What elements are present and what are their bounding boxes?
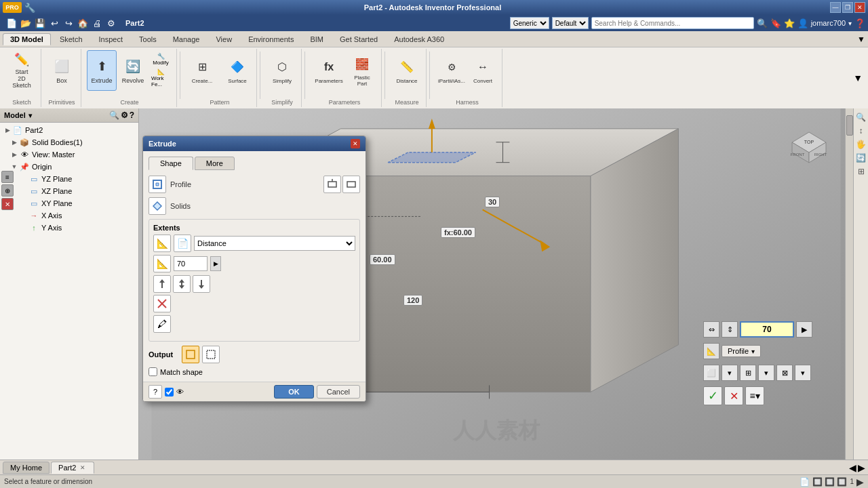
tree-item-yzplane[interactable]: ▭ YZ Plane	[0, 173, 138, 185]
inline-btn3[interactable]: ⊞	[740, 365, 756, 381]
inline-size-icon[interactable]: ⇔	[703, 321, 719, 338]
tree-item-xaxis[interactable]: → X Axis	[0, 209, 138, 222]
output-solid-btn[interactable]	[182, 346, 199, 363]
tab-environments[interactable]: Environments	[241, 33, 301, 45]
tab-inspect[interactable]: Inspect	[92, 33, 130, 45]
bottom-tab-part2[interactable]: Part2 ✕	[51, 462, 94, 474]
convert-button[interactable]: ↔ Convert	[468, 50, 498, 91]
dir-btn-symmetric[interactable]	[173, 275, 191, 293]
tree-expand-part2[interactable]: ▶	[3, 125, 12, 135]
tree-item-view[interactable]: ▶ 👁 View: Master	[0, 148, 138, 161]
tab-manage[interactable]: Manage	[165, 33, 208, 45]
tab-getstarted[interactable]: Get Started	[332, 33, 385, 45]
extrude-button[interactable]: ⬆ Extrude	[87, 50, 117, 91]
rt-btn4[interactable]: 🔄	[855, 152, 867, 164]
solids-selector-icon[interactable]	[149, 197, 166, 215]
panel-filter-icon[interactable]: 🔍	[109, 110, 119, 120]
minimize-button[interactable]: —	[830, 2, 841, 13]
ipart-button[interactable]: ⚙ iPartii/iAs...	[437, 50, 467, 91]
ribbon-expand-icon[interactable]: ▼	[850, 70, 865, 86]
tree-item-origin[interactable]: ▼ 📌 Origin	[0, 161, 138, 173]
distance-button[interactable]: 📏 Distance	[392, 50, 422, 91]
inline-ok-button[interactable]: ✓	[703, 386, 722, 405]
qa-redo[interactable]: ↪	[62, 17, 75, 29]
dir-btn-negative[interactable]	[193, 275, 210, 293]
extents-profile-icon[interactable]: 🖍	[153, 315, 171, 333]
pattern-btn1[interactable]: ⊞ Create...	[187, 50, 217, 91]
tab-nav-next[interactable]: ▶	[858, 462, 865, 473]
side-icon1[interactable]: ≡	[1, 171, 14, 183]
side-icon2[interactable]: ⊕	[1, 184, 14, 197]
inline-measure-icon[interactable]: 📐	[703, 343, 719, 359]
tree-item-yaxis[interactable]: ↑ Y Axis	[0, 222, 138, 234]
pattern-btn2[interactable]: 🔷 Surface	[222, 50, 252, 91]
tree-expand-view[interactable]: ▶	[9, 150, 19, 159]
simplify-btn[interactable]: ⬡ Simplify	[267, 50, 297, 91]
tb-extra[interactable]: ▼	[857, 35, 865, 44]
rt-btn2[interactable]: ↕	[855, 125, 867, 137]
tree-item-solidbodies[interactable]: ▶ 📦 Solid Bodies(1)	[0, 136, 138, 148]
modify-button[interactable]: 🔧 Modify	[149, 50, 172, 68]
profile-dir-btn2[interactable]	[342, 176, 360, 193]
panel-settings-icon[interactable]: ⚙	[121, 110, 128, 120]
revolve-button[interactable]: 🔄 Revolve	[118, 50, 148, 91]
dir-btn-positive[interactable]	[153, 275, 171, 293]
tree-item-xyplane[interactable]: ▭ XY Plane	[0, 197, 138, 209]
work-feature-button[interactable]: 📐 Work Fe...	[149, 69, 172, 87]
tree-item-part2[interactable]: ▶ 📄 Part2	[0, 124, 138, 136]
cancel-button[interactable]: Cancel	[317, 385, 360, 399]
extents-icon1[interactable]: 📐	[153, 235, 171, 252]
extents-value-input[interactable]: 70	[174, 256, 208, 271]
match-shape-checkbox[interactable]	[149, 367, 157, 376]
tab-a360[interactable]: Autodesk A360	[387, 33, 452, 45]
panel-dropdown-icon[interactable]: ▾	[28, 112, 32, 119]
inline-more-button[interactable]: ≡▾	[745, 386, 764, 405]
side-icon3[interactable]: ✕	[1, 198, 14, 210]
panel-help-icon[interactable]: ?	[130, 110, 134, 120]
qa-new[interactable]: 📄	[5, 17, 18, 29]
tab-view[interactable]: View	[208, 33, 239, 45]
qa-open[interactable]: 📂	[20, 17, 32, 29]
bookmark-icon[interactable]: 🔖	[770, 18, 781, 28]
profile-selector-icon[interactable]	[149, 176, 166, 193]
inline-value-input[interactable]: 70	[740, 321, 794, 338]
extrude-help-btn[interactable]: ?	[149, 385, 162, 399]
qa-undo[interactable]: ↩	[48, 17, 60, 29]
extents-icon3[interactable]: 📐	[153, 255, 171, 272]
start-2d-sketch-button[interactable]: ✏️ Start2D Sketch	[7, 50, 37, 91]
navigation-cube[interactable]: TOP FRONT RIGHT	[785, 119, 833, 166]
extents-arrow-btn[interactable]: ▶	[210, 256, 221, 271]
search-icon[interactable]: 🔍	[757, 18, 768, 28]
restore-button[interactable]: ❐	[842, 2, 853, 13]
dir-btn-cut[interactable]	[153, 295, 171, 312]
qa-print[interactable]: 🖨	[91, 17, 103, 29]
tab-sketch[interactable]: Sketch	[52, 33, 90, 45]
tab-3dmodel[interactable]: 3D Model	[3, 33, 51, 45]
viewport-scrollbar-v[interactable]	[845, 108, 853, 460]
inline-btn4[interactable]: ▾	[758, 365, 774, 381]
inline-profile-label[interactable]: Profile ▾	[722, 345, 761, 357]
tree-expand-solidbodies[interactable]: ▶	[9, 138, 19, 147]
close-button[interactable]: ✕	[854, 2, 865, 13]
rt-btn1[interactable]: 🔍	[855, 111, 867, 123]
inline-arrow-btn[interactable]: ▶	[796, 321, 812, 338]
ok-button[interactable]: OK	[274, 385, 314, 399]
inline-cancel-button[interactable]: ✕	[724, 386, 743, 405]
qa-settings[interactable]: ⚙	[105, 17, 117, 29]
profile-dir-btn1[interactable]	[323, 176, 341, 193]
tab-tools[interactable]: Tools	[132, 33, 164, 45]
extents-type-select[interactable]: Distance To To All Between	[194, 236, 355, 251]
inline-btn2[interactable]: ▾	[722, 365, 738, 381]
tree-item-xzplane[interactable]: ▭ XZ Plane	[0, 185, 138, 197]
parameters-main-button[interactable]: fx Parameters	[312, 50, 346, 91]
rt-btn3[interactable]: 🖐	[855, 138, 867, 150]
inline-size2-icon[interactable]: ⇕	[722, 321, 738, 338]
profile-dropdown-icon[interactable]: ▾	[751, 348, 755, 355]
extrude-tab-more[interactable]: More	[195, 157, 235, 170]
extrude-preview-checkbox[interactable]	[165, 388, 174, 396]
nav-right-icon[interactable]: ▶	[856, 476, 864, 487]
search-input[interactable]	[591, 17, 754, 29]
extents-icon2[interactable]: 📄	[174, 235, 191, 252]
qa-home[interactable]: 🏠	[77, 17, 89, 29]
extrude-tab-shape[interactable]: Shape	[149, 157, 193, 170]
